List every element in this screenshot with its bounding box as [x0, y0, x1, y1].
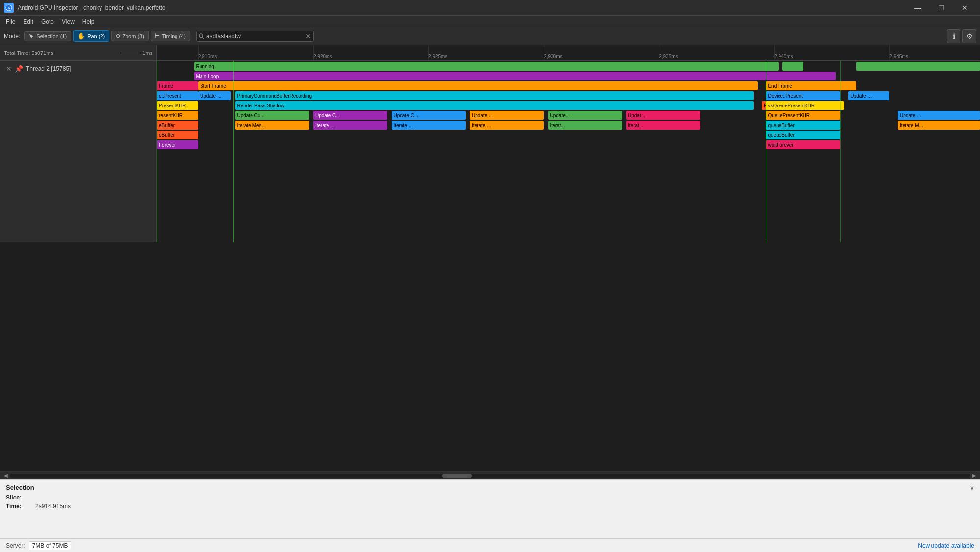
- menu-file[interactable]: File: [2, 16, 19, 27]
- settings-button[interactable]: ⚙: [962, 29, 976, 43]
- menubar: File Edit Goto View Help: [0, 16, 980, 27]
- slice-ebuffer-2[interactable]: eBuffer: [157, 131, 198, 139]
- menu-view[interactable]: View: [58, 16, 78, 27]
- tick-2925: 2,925ms: [428, 54, 447, 59]
- scale-line: [121, 53, 140, 53]
- mode-selection-label: Selection (1): [36, 33, 67, 39]
- scroll-right-button[interactable]: ▶: [970, 472, 978, 480]
- slice-iterate-1[interactable]: Iterate ...: [313, 121, 387, 130]
- thread-label-row: ✕ 📌 Thread 2 [15785]: [6, 65, 151, 73]
- menu-goto[interactable]: Goto: [37, 16, 58, 27]
- slice-device-present[interactable]: Device::Present: [766, 91, 840, 100]
- slice-update-3[interactable]: Update ...: [470, 111, 544, 120]
- info-button[interactable]: ℹ: [947, 29, 960, 43]
- slice-update-4[interactable]: Update...: [548, 111, 622, 120]
- svg-line-3: [202, 37, 204, 39]
- slice-update-cu[interactable]: Update Cu...: [235, 111, 309, 120]
- slice-iterate-mes[interactable]: Iterate Mes...: [235, 121, 309, 130]
- menu-help[interactable]: Help: [78, 16, 99, 27]
- app-icon: A: [4, 3, 14, 13]
- marker-line-3: [840, 61, 841, 242]
- menu-edit[interactable]: Edit: [19, 16, 37, 27]
- slice-resentkhr[interactable]: resentKHR: [157, 111, 198, 120]
- slice-update-c-2[interactable]: Update C...: [392, 111, 466, 120]
- tick-2945: 2,945ms: [889, 54, 908, 59]
- slice-queue-buffer-1[interactable]: queueBuffer: [766, 121, 840, 130]
- thread-close-btn[interactable]: ✕: [6, 65, 12, 73]
- time-value: 2s914.915ms: [35, 503, 71, 510]
- slice-running-3[interactable]: [856, 62, 980, 71]
- slice-iterate-2[interactable]: Iterate ...: [392, 121, 466, 130]
- slice-running-1[interactable]: Running: [194, 62, 779, 71]
- svg-text:A: A: [7, 6, 10, 10]
- slice-start-frame[interactable]: Start Frame: [198, 81, 758, 90]
- search-icon: [199, 33, 204, 39]
- slice-ebuffer-1[interactable]: eBuffer: [157, 121, 198, 130]
- slice-iterat-1[interactable]: Iterat...: [548, 121, 622, 130]
- zoom-icon: ⊕: [116, 33, 120, 39]
- selection-collapse-button[interactable]: ∨: [970, 484, 974, 491]
- slice-primary-cmd[interactable]: PrimaryCommandBufferRecording: [235, 91, 754, 100]
- new-update-link[interactable]: New update available: [918, 542, 974, 549]
- timeline-ticks: 2,915ms 2,920ms 2,925ms 2,930ms 2,935ms …: [157, 45, 980, 60]
- slice-update-c-1[interactable]: Update C...: [313, 111, 387, 120]
- slice-update-5[interactable]: Update ...: [898, 111, 980, 120]
- scale-label: 1ms: [142, 50, 152, 56]
- search-clear-button[interactable]: ✕: [305, 32, 311, 40]
- slice-present-khr-1[interactable]: PresentKHR: [157, 101, 198, 110]
- slice-iterat-2[interactable]: Iterat...: [626, 121, 700, 130]
- mode-timing-label: Timing (4): [162, 33, 186, 39]
- selection-panel: Selection ∨ Slice: Time: 2s914.915ms: [0, 479, 980, 538]
- slice-running-2[interactable]: [782, 62, 803, 71]
- scroll-left-button[interactable]: ◀: [2, 472, 10, 480]
- track-visualization[interactable]: Running Main Loop Frame Start Frame End …: [157, 61, 980, 242]
- status-left: Server: 7MB of 75MB: [6, 541, 71, 550]
- slice-queue-buffer-2[interactable]: queueBuffer: [766, 131, 840, 139]
- scrollbar-thumb[interactable]: [442, 474, 472, 478]
- scale-indicator: 1ms: [121, 50, 152, 56]
- maximize-button[interactable]: ☐: [930, 0, 953, 16]
- timeline-left-panel: Total Time: 5s071ms 1ms: [0, 45, 157, 60]
- selection-title: Selection: [6, 484, 34, 491]
- mode-zoom-button[interactable]: ⊕ Zoom (3): [111, 31, 149, 41]
- track-area: ✕ 📌 Thread 2 [15785] Running Main Loop F…: [0, 61, 980, 242]
- pan-icon: ✋: [77, 32, 85, 40]
- slice-update-2[interactable]: Update ...: [848, 91, 889, 100]
- minimize-button[interactable]: —: [906, 0, 929, 16]
- search-container: ✕: [196, 31, 314, 42]
- slice-frame[interactable]: Frame: [157, 81, 198, 90]
- search-input[interactable]: [206, 33, 305, 40]
- slice-main-loop[interactable]: Main Loop: [194, 72, 836, 80]
- slice-queue-present-khr[interactable]: QueuePresentKHR: [766, 111, 840, 120]
- selection-header: Selection ∨: [6, 484, 974, 491]
- slice-forever[interactable]: Forever: [157, 140, 198, 149]
- thread-name: Thread 2 [15785]: [26, 65, 71, 72]
- server-value: 7MB of 75MB: [29, 541, 72, 550]
- slice-iterate-m[interactable]: Iterate M...: [898, 121, 980, 130]
- close-button[interactable]: ✕: [954, 0, 976, 16]
- scrollbar: ◀ ▶: [0, 472, 980, 479]
- slice-iterate-3[interactable]: Iterate ...: [470, 121, 544, 130]
- selection-row-time: Time: 2s914.915ms: [6, 503, 974, 510]
- track-label-panel: ✕ 📌 Thread 2 [15785]: [0, 61, 157, 242]
- slice-key: Slice:: [6, 494, 35, 501]
- tick-2920: 2,920ms: [313, 54, 332, 59]
- window-controls: — ☐ ✕: [906, 0, 976, 16]
- slice-updat[interactable]: Updat...: [626, 111, 700, 120]
- slice-vk-queue-present-khr[interactable]: vkQueuePresentKHR: [766, 101, 844, 110]
- mode-selection-button[interactable]: Selection (1): [24, 31, 71, 41]
- thread-pin-btn[interactable]: 📌: [15, 65, 23, 73]
- mode-pan-button[interactable]: ✋ Pan (2): [73, 30, 109, 42]
- slice-end-frame[interactable]: End Frame: [766, 81, 856, 90]
- mode-zoom-label: Zoom (3): [122, 33, 144, 39]
- selection-row-slice: Slice:: [6, 494, 974, 501]
- mode-timing-button[interactable]: ⊢ Timing (4): [151, 31, 190, 41]
- slice-update-1[interactable]: Update ...: [198, 91, 231, 100]
- toolbar: Mode: Selection (1) ✋ Pan (2) ⊕ Zoom (3)…: [0, 27, 980, 45]
- scrollbar-track[interactable]: [10, 474, 970, 478]
- timing-icon: ⊢: [155, 33, 160, 39]
- slice-wait-forever[interactable]: waitForever: [766, 140, 840, 149]
- slice-render-pass-shadow[interactable]: Render Pass Shadow: [235, 101, 754, 110]
- slice-e-present[interactable]: e::Present: [157, 91, 198, 100]
- total-time-label: Total Time: 5s071ms: [4, 50, 53, 56]
